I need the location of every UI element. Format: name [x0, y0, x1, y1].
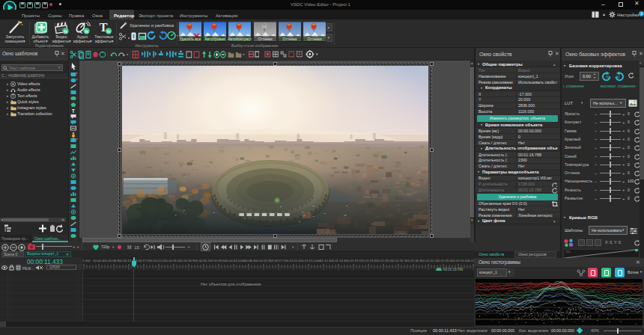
- svg-text:00:04.400: 00:04.400: [93, 259, 108, 262]
- svg-text:01:01.600: 01:01.600: [290, 259, 305, 262]
- svg-text:00:48.400: 00:48.400: [244, 259, 259, 262]
- svg-text:T: T: [72, 108, 76, 114]
- svg-text:M: M: [127, 245, 132, 250]
- svg-text:01:14.800: 01:14.800: [335, 259, 350, 262]
- svg-text:00:22.000: 00:22.000: [154, 259, 168, 262]
- svg-text:00:43.1000: 00:43.1000: [229, 259, 246, 262]
- svg-text:01:36.800: 01:36.800: [410, 259, 425, 262]
- svg-text:01:19.200: 01:19.200: [350, 259, 365, 262]
- svg-text:1.000: 1.000: [82, 259, 91, 262]
- svg-text:00:35.200: 00:35.200: [198, 259, 213, 262]
- svg-text:00:08.800: 00:08.800: [108, 259, 123, 262]
- svg-text:01:50.000: 01:50.000: [456, 259, 471, 262]
- svg-text:fx: fx: [85, 29, 88, 34]
- svg-text:15: 15: [135, 245, 139, 250]
- svg-text:00:26.400: 00:26.400: [168, 259, 183, 262]
- svg-text:90: 90: [616, 76, 621, 79]
- svg-text:90: 90: [606, 76, 610, 79]
- svg-text:01:41.200: 01:41.200: [425, 259, 440, 262]
- svg-text:01:23.600: 01:23.600: [365, 259, 380, 262]
- svg-text:01:45.600: 01:45.600: [441, 259, 456, 262]
- svg-text:00:30.800: 00:30.800: [183, 259, 198, 262]
- svg-text:T: T: [12, 94, 14, 98]
- svg-text:00:52.800: 00:52.800: [259, 259, 274, 262]
- svg-text:01:05.1000: 01:05.1000: [305, 259, 321, 262]
- svg-text:01:28.000: 01:28.000: [380, 259, 395, 262]
- svg-text:01:32.400: 01:32.400: [395, 259, 410, 262]
- svg-text:01:10.400: 01:10.400: [320, 259, 335, 262]
- svg-text:fx: fx: [64, 29, 67, 34]
- svg-text:00:17.600: 00:17.600: [139, 259, 154, 262]
- svg-text:00:39.600: 00:39.600: [214, 259, 229, 262]
- svg-text:00:57.200: 00:57.200: [274, 259, 289, 262]
- svg-text:РЕЖ...: РЕЖ...: [22, 266, 34, 271]
- svg-text:fx: fx: [107, 29, 111, 34]
